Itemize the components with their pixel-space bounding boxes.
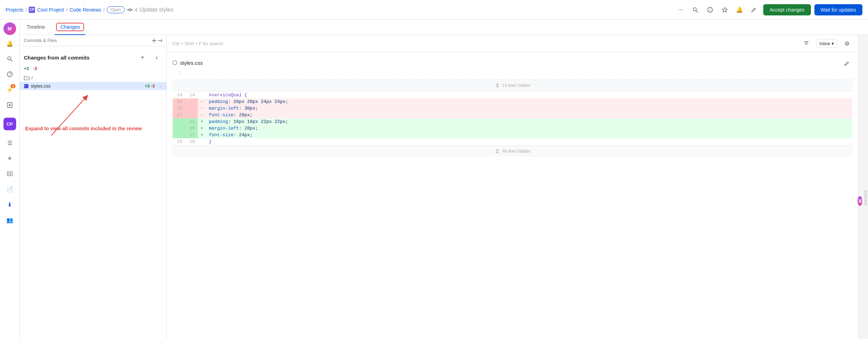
- details-label[interactable]: Details: [863, 190, 868, 205]
- wait-for-updates-button[interactable]: Wait for updates: [814, 4, 862, 15]
- line-num-new: [185, 105, 198, 112]
- sidebar-download-button[interactable]: ⬇: [3, 198, 17, 212]
- diff-table: 14 14 #serviceQual { 15 - padding: 20px …: [172, 91, 853, 145]
- diff-sign: -: [198, 98, 206, 105]
- view-mode-dropdown[interactable]: Inline ▾: [816, 39, 837, 48]
- file-item-styles[interactable]: * styles.css +3 -3 ○: [20, 82, 166, 90]
- columns-icon: [7, 171, 13, 177]
- svg-marker-7: [722, 7, 727, 12]
- file-add: +3: [145, 84, 150, 89]
- line-num-old: [173, 118, 185, 125]
- svg-text:*: *: [25, 85, 26, 88]
- topbar: Projects / CP Cool Project / Code Review…: [0, 0, 868, 20]
- files-panel-body: Changes from all commits + › +3 -3 /: [20, 46, 166, 339]
- hidden-rows-bottom[interactable]: 49 lines hidden: [172, 145, 853, 157]
- line-num-old: 14: [173, 92, 185, 99]
- expand-icon-bottom: [495, 148, 500, 154]
- notification-button[interactable]: 🔔: [734, 4, 745, 15]
- sidebar-doc-button[interactable]: 📄: [3, 182, 17, 196]
- svg-line-4: [696, 11, 698, 12]
- diff-sign: -: [198, 112, 206, 118]
- diff-line-content: font-size: 28px;: [206, 112, 852, 118]
- sidebar-bell-button[interactable]: 🔔: [3, 36, 17, 50]
- filter-icon: [804, 41, 809, 46]
- svg-rect-15: [7, 172, 9, 176]
- commits-files-label: Commits & Files: [24, 38, 57, 43]
- info-icon: i: [707, 7, 713, 13]
- code-reviews-link[interactable]: Code Reviews: [70, 7, 101, 13]
- diff-line-content: padding: 20px 20px 24px 24px;: [206, 98, 852, 105]
- accept-changes-button[interactable]: Accept changes: [763, 4, 811, 15]
- files-panel-header: Commits & Files: [20, 35, 166, 46]
- avatar[interactable]: M: [4, 22, 16, 35]
- tab-bar: Timeline Changes: [20, 20, 868, 35]
- edit-file-button[interactable]: [841, 58, 853, 69]
- line-num-new: 16: [185, 125, 198, 132]
- svg-text:i: i: [710, 8, 710, 12]
- add-icon: [7, 102, 13, 108]
- hidden-rows-top[interactable]: 13 lines hidden: [172, 79, 853, 91]
- search-button[interactable]: [690, 4, 701, 15]
- line-num-new: 15: [185, 118, 198, 125]
- sidebar-star-button[interactable]: ✳: [3, 151, 17, 165]
- line-num-new: 17: [185, 132, 198, 138]
- sidebar-help-button[interactable]: ?: [3, 67, 17, 81]
- table-row: 16 + margin-left: 28px;: [173, 125, 853, 132]
- table-row: 16 - margin-left: 30px;: [173, 105, 853, 112]
- breadcrumb: Projects / CP Cool Project / Code Review…: [6, 6, 672, 13]
- search-hint: Ctrl + Shift + F for search: [172, 41, 223, 46]
- diff-file-header: styles.css: [172, 60, 203, 66]
- folder-name: /: [32, 75, 33, 81]
- settings-button[interactable]: ⚙: [841, 38, 853, 49]
- diff-sign: -: [198, 105, 206, 112]
- tab-timeline[interactable]: Timeline: [25, 20, 46, 35]
- panel-toggle-button[interactable]: [152, 38, 162, 43]
- line-num-new: [185, 98, 198, 105]
- more-options-button[interactable]: ⋯: [675, 4, 686, 15]
- hidden-rows-top-label: 13 lines hidden: [502, 83, 531, 88]
- diff-line-content: padding: 18px 18px 22px 22px;: [206, 118, 852, 125]
- project-badge[interactable]: CP: [4, 118, 16, 130]
- projects-link[interactable]: Projects: [6, 7, 23, 13]
- diff-line-content: margin-left: 28px;: [206, 125, 852, 132]
- star-icon: [722, 7, 728, 13]
- table-row: 17 - font-size: 28px;: [173, 112, 853, 118]
- diff-sign: [198, 92, 206, 99]
- diff-line-content: font-size: 24px;: [206, 132, 852, 138]
- sidebar-add-button[interactable]: [3, 98, 17, 112]
- sidebar-search-button[interactable]: [3, 52, 17, 66]
- folder-item[interactable]: /: [20, 74, 166, 82]
- sidebar-users-button[interactable]: 👥: [3, 213, 17, 227]
- sidebar-columns-button[interactable]: [3, 167, 17, 181]
- diff-sign: [198, 138, 206, 145]
- file-remove: -3: [151, 84, 155, 89]
- topbar-actions: ⋯ i 🔔 Accept changes Wait for updates: [675, 4, 862, 15]
- filter-button[interactable]: [801, 38, 812, 49]
- line-num-old: [173, 132, 185, 138]
- add-change-button[interactable]: +: [137, 52, 148, 63]
- diff-panel: Ctrl + Shift + F for search Inline ▾ ⚙: [167, 35, 858, 339]
- svg-point-0: [129, 9, 131, 11]
- sidebar-list-button[interactable]: ☰: [3, 136, 17, 150]
- diff-line-content: }: [206, 138, 852, 145]
- line-num-new: 18: [185, 138, 198, 145]
- diff-sign: +: [198, 132, 206, 138]
- expand-changes-button[interactable]: ›: [151, 52, 162, 63]
- page-title: Update styles: [139, 7, 173, 13]
- main-layout: M 🔔 ? ⚡ 1 CP ☰ ✳ 📄 ⬇ 👥 Timeline: [0, 20, 868, 339]
- commit-count: 4: [127, 7, 137, 13]
- svg-line-9: [11, 60, 12, 61]
- diff-add: +3: [24, 66, 29, 71]
- edit-icon: [751, 7, 757, 12]
- diff-filename: styles.css: [180, 60, 203, 66]
- edit-button[interactable]: [749, 4, 760, 15]
- pencil-icon: [845, 61, 849, 66]
- sidebar-lightning-button[interactable]: ⚡ 1: [3, 83, 17, 97]
- project-name-link[interactable]: Cool Project: [37, 7, 64, 13]
- line-num-old: 15: [173, 98, 185, 105]
- info-button[interactable]: i: [704, 4, 716, 15]
- tab-changes[interactable]: Changes: [55, 20, 85, 35]
- star-button[interactable]: [719, 4, 730, 15]
- collapse-icon: [157, 38, 162, 43]
- content-area: Timeline Changes Commits & Files: [20, 20, 868, 339]
